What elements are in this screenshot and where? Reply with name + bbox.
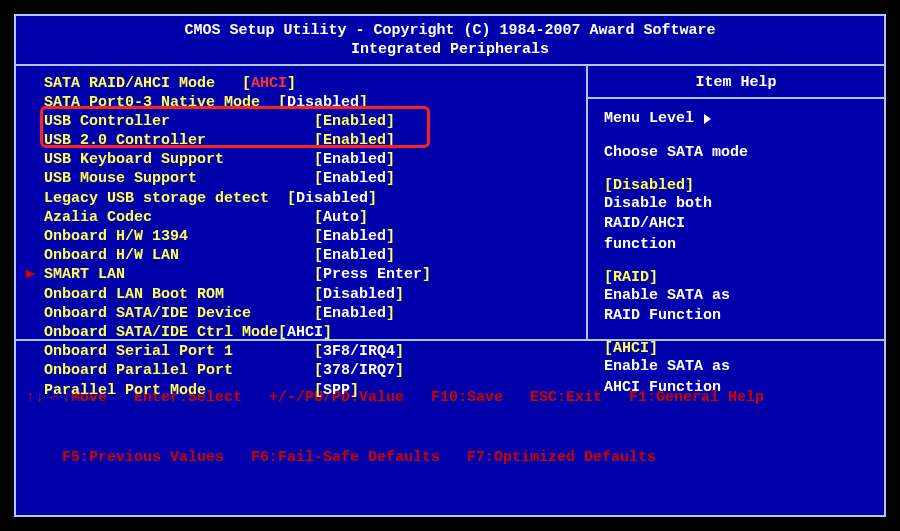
bracket: [: [314, 227, 323, 246]
bracket: ]: [386, 246, 395, 265]
bracket: [: [242, 74, 251, 93]
setting-label: Onboard Parallel Port: [44, 361, 314, 380]
setting-row[interactable]: Onboard H/W 1394 [Enabled]: [26, 227, 576, 246]
bracket: [: [314, 169, 323, 188]
bios-screen: CMOS Setup Utility - Copyright (C) 1984-…: [14, 14, 886, 517]
help-block: [Disabled]Disable bothRAID/AHCIfunction: [604, 177, 868, 255]
setting-value: Disabled: [296, 189, 368, 208]
bracket: [: [314, 285, 323, 304]
bracket: ]: [359, 93, 368, 112]
bracket: ]: [395, 285, 404, 304]
bracket: ]: [386, 112, 395, 131]
setting-label: Onboard H/W 1394: [44, 227, 314, 246]
bracket: [: [314, 342, 323, 361]
footer-line2: F5:Previous Values F6:Fail-Safe Defaults…: [26, 448, 874, 468]
setting-value: Disabled: [323, 285, 395, 304]
setting-value: Enabled: [323, 304, 386, 323]
bracket: [: [314, 150, 323, 169]
setting-label: Parallel Port Mode: [44, 381, 314, 400]
menu-level: Menu Level: [604, 109, 868, 129]
setting-value: Disabled: [287, 93, 359, 112]
setting-label: Onboard H/W LAN: [44, 246, 314, 265]
bracket: ]: [368, 189, 377, 208]
setting-label: USB Controller: [44, 112, 314, 131]
bracket: [: [314, 131, 323, 150]
setting-value: AHCI: [287, 323, 323, 342]
help-block-line: Disable both: [604, 194, 868, 214]
bracket: [: [278, 93, 287, 112]
setting-row[interactable]: Onboard SATA/IDE Device [Enabled]: [26, 304, 576, 323]
setting-row[interactable]: ▶SMART LAN [Press Enter]: [26, 265, 576, 284]
bracket: [: [314, 265, 323, 284]
setting-label: USB Keyboard Support: [44, 150, 314, 169]
setting-value: Enabled: [323, 131, 386, 150]
bracket: ]: [395, 342, 404, 361]
bracket: ]: [386, 131, 395, 150]
bracket: ]: [359, 208, 368, 227]
setting-label: Onboard LAN Boot ROM: [44, 285, 314, 304]
help-title: Item Help: [604, 74, 868, 91]
setting-value: SPP: [323, 381, 350, 400]
bracket: [: [314, 361, 323, 380]
bracket: ]: [395, 361, 404, 380]
help-block-head: [Disabled]: [604, 177, 868, 194]
bracket: ]: [386, 150, 395, 169]
bracket: [: [314, 304, 323, 323]
help-block-line: function: [604, 235, 868, 255]
setting-row[interactable]: Azalia Codec [Auto]: [26, 208, 576, 227]
chevron-right-icon: [704, 114, 711, 124]
help-block: [RAID]Enable SATA asRAID Function: [604, 269, 868, 327]
setting-label: Onboard SATA/IDE Device: [44, 304, 314, 323]
setting-row[interactable]: SATA Port0-3 Native Mode [Disabled]: [26, 93, 576, 112]
help-block-line: Enable SATA as: [604, 286, 868, 306]
setting-value: Enabled: [323, 112, 386, 131]
help-desc: Choose SATA mode: [604, 143, 868, 163]
setting-value: Enabled: [323, 169, 386, 188]
bracket: ]: [386, 304, 395, 323]
setting-row[interactable]: USB 2.0 Controller [Enabled]: [26, 131, 576, 150]
bracket: [: [314, 208, 323, 227]
bracket: ]: [287, 74, 296, 93]
setting-row[interactable]: Onboard SATA/IDE Ctrl Mode[AHCI]: [26, 323, 576, 342]
bracket: [: [287, 189, 296, 208]
help-block-line: RAID/AHCI: [604, 214, 868, 234]
setting-value: Auto: [323, 208, 359, 227]
setting-label: USB 2.0 Controller: [44, 131, 314, 150]
setting-value: Press Enter: [323, 265, 422, 284]
header-line2: Integrated Peripherals: [16, 41, 884, 60]
setting-row[interactable]: USB Controller [Enabled]: [26, 112, 576, 131]
settings-list[interactable]: SATA RAID/AHCI Mode [AHCI]SATA Port0-3 N…: [16, 66, 586, 340]
help-block-line: RAID Function: [604, 306, 868, 326]
setting-label: SATA RAID/AHCI Mode: [44, 74, 242, 93]
setting-label: Onboard Serial Port 1: [44, 342, 314, 361]
bracket: [: [314, 246, 323, 265]
setting-row[interactable]: USB Mouse Support [Enabled]: [26, 169, 576, 188]
setting-row[interactable]: SATA RAID/AHCI Mode [AHCI]: [26, 74, 576, 93]
setting-row[interactable]: Parallel Port Mode [SPP]: [26, 381, 576, 400]
setting-row[interactable]: Onboard H/W LAN [Enabled]: [26, 246, 576, 265]
setting-label: SATA Port0-3 Native Mode: [44, 93, 278, 112]
help-block-head: [RAID]: [604, 269, 868, 286]
setting-value: Enabled: [323, 227, 386, 246]
setting-value: 378/IRQ7: [323, 361, 395, 380]
bracket: [: [314, 381, 323, 400]
header-line1: CMOS Setup Utility - Copyright (C) 1984-…: [16, 22, 884, 41]
setting-label: Legacy USB storage detect: [44, 189, 287, 208]
bracket: ]: [386, 227, 395, 246]
setting-row[interactable]: USB Keyboard Support [Enabled]: [26, 150, 576, 169]
setting-row[interactable]: Legacy USB storage detect [Disabled]: [26, 189, 576, 208]
pointer-icon: ▶: [26, 265, 35, 284]
setting-row[interactable]: Onboard Serial Port 1 [3F8/IRQ4]: [26, 342, 576, 361]
bracket: [: [314, 112, 323, 131]
help-panel: Item Help Menu Level Choose SATA mode [D…: [588, 66, 884, 340]
divider: [588, 97, 884, 99]
setting-row[interactable]: Onboard LAN Boot ROM [Disabled]: [26, 285, 576, 304]
setting-value: Enabled: [323, 246, 386, 265]
setting-value: 3F8/IRQ4: [323, 342, 395, 361]
setting-row[interactable]: Onboard Parallel Port [378/IRQ7]: [26, 361, 576, 380]
main-pane: SATA RAID/AHCI Mode [AHCI]SATA Port0-3 N…: [16, 66, 884, 340]
setting-value: AHCI: [251, 74, 287, 93]
setting-label: USB Mouse Support: [44, 169, 314, 188]
setting-label: Azalia Codec: [44, 208, 314, 227]
bracket: ]: [422, 265, 431, 284]
